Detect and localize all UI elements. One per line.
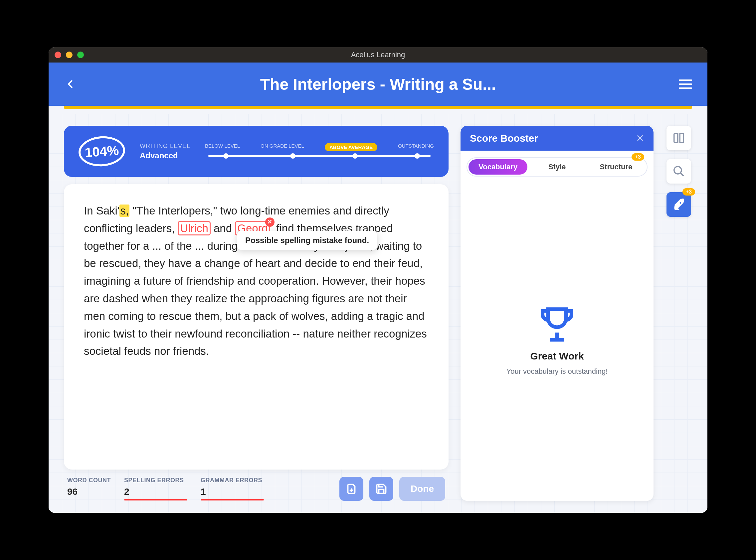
search-icon — [673, 165, 685, 178]
tool-column: +3 — [665, 126, 692, 501]
writing-level-card: 104% WRITING LEVEL Advanced BELOW LEVEL … — [64, 126, 448, 177]
content-area: 104% WRITING LEVEL Advanced BELOW LEVEL … — [49, 114, 707, 513]
booster-close-button[interactable]: ✕ — [636, 132, 644, 144]
titlebar: Acellus Learning — [49, 47, 707, 62]
word-count-stat: WORD COUNT 96 — [67, 477, 111, 497]
svg-point-0 — [674, 166, 681, 174]
writing-level-label: WRITING LEVEL — [140, 143, 190, 149]
book-tool-button[interactable] — [666, 126, 691, 150]
spelling-tooltip: Possible spelling mistake found. — [237, 231, 377, 250]
essay-editor[interactable]: In Saki's, "The Interlopers," two long-t… — [64, 184, 448, 469]
dismiss-error-button[interactable]: ✕ — [265, 218, 274, 227]
level-step-below: BELOW LEVEL — [205, 143, 240, 151]
level-step-outstanding: OUTSTANDING — [398, 143, 434, 151]
book-icon — [673, 132, 685, 144]
chevron-left-icon — [65, 79, 76, 89]
booster-title: Score Booster — [470, 133, 538, 144]
page-title: The Interlopers - Writing a Su... — [260, 75, 496, 94]
window-minimize-button[interactable] — [66, 52, 73, 58]
trophy-icon — [536, 302, 579, 345]
progress-bar — [64, 106, 692, 109]
spelling-errors-stat: SPELLING ERRORS 2 — [124, 477, 187, 500]
window-close-button[interactable] — [55, 52, 61, 58]
booster-tool-badge: +3 — [682, 188, 695, 196]
booster-header: Score Booster ✕ — [461, 126, 654, 151]
hamburger-menu-button[interactable] — [679, 78, 692, 91]
essay-text[interactable]: In Saki's, "The Interlopers," two long-t… — [84, 202, 429, 360]
back-button[interactable] — [64, 78, 77, 91]
app-title: Acellus Learning — [351, 51, 405, 59]
level-step-ongrade: ON GRADE LEVEL — [260, 143, 304, 151]
writing-level-value: Advanced — [140, 151, 190, 160]
writing-score-circle: 104% — [78, 135, 126, 168]
app-window: Acellus Learning The Interlopers - Writi… — [49, 47, 707, 513]
score-booster-panel: Score Booster ✕ Vocabulary Style Structu… — [461, 126, 654, 501]
booster-great-work: Great Work — [530, 351, 584, 362]
booster-tool-button[interactable]: +3 — [666, 192, 691, 217]
booster-tabs: Vocabulary Style Structure +3 — [466, 157, 647, 177]
main-column: 104% WRITING LEVEL Advanced BELOW LEVEL … — [64, 126, 448, 501]
level-step-above-active: ABOVE AVERAGE — [325, 143, 377, 151]
booster-subtitle: Your vocabulary is outstanding! — [506, 367, 608, 376]
booster-body: Great Work Your vocabulary is outstandin… — [461, 177, 654, 501]
traffic-lights — [55, 52, 84, 58]
search-tool-button[interactable] — [666, 159, 691, 184]
export-button[interactable] — [340, 477, 363, 501]
save-icon — [375, 483, 387, 495]
spelling-error-1[interactable]: Ulrich — [178, 221, 210, 236]
writing-level-slider: BELOW LEVEL ON GRADE LEVEL ABOVE AVERAGE… — [205, 146, 434, 157]
save-button[interactable] — [369, 477, 393, 501]
stats-row: WORD COUNT 96 SPELLING ERRORS 2 GRAMMAR … — [64, 477, 448, 501]
tab-style[interactable]: Style — [527, 159, 586, 175]
svg-point-1 — [679, 202, 681, 204]
rocket-icon — [673, 198, 685, 211]
grammar-highlight[interactable]: s, — [119, 204, 130, 217]
document-export-icon — [345, 483, 357, 495]
done-button[interactable]: Done — [399, 477, 445, 501]
grammar-errors-stat: GRAMMAR ERRORS 1 — [201, 477, 264, 500]
structure-badge: +3 — [632, 153, 644, 161]
window-maximize-button[interactable] — [77, 52, 84, 58]
tab-structure[interactable]: Structure +3 — [587, 159, 645, 175]
tab-vocabulary[interactable]: Vocabulary — [468, 159, 527, 175]
app-header: The Interlopers - Writing a Su... — [49, 62, 707, 106]
